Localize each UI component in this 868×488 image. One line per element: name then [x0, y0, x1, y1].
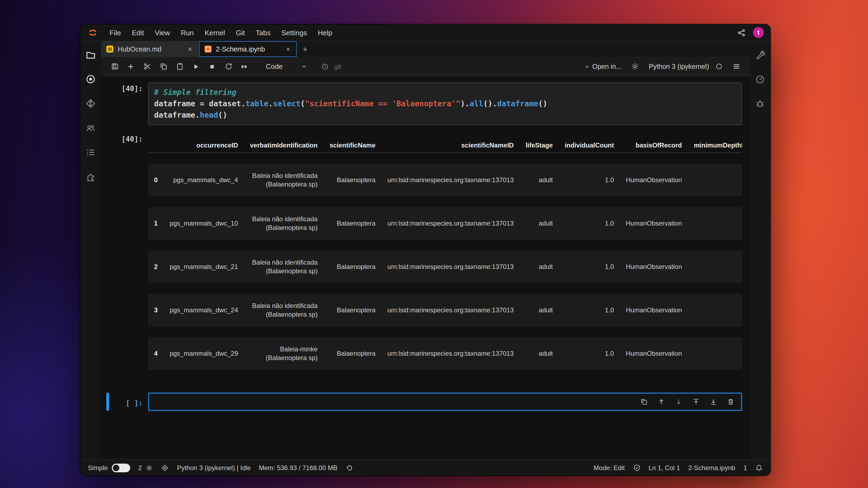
right-activity-bar — [750, 41, 770, 459]
delete-cell-icon[interactable] — [727, 398, 735, 405]
empty-cell-prompt: [ ]: — [111, 397, 148, 407]
cell-collapser[interactable] — [106, 84, 109, 124]
cut-icon[interactable] — [140, 60, 154, 73]
menu-edit[interactable]: Edit — [126, 27, 150, 38]
running-sessions-icon[interactable] — [86, 74, 95, 84]
share-icon[interactable] — [737, 29, 745, 37]
table-cell: pgs_mammals_dwc_24 — [163, 294, 244, 326]
save-icon[interactable] — [107, 60, 122, 73]
tab-label: 2-Schema.ipynb — [216, 45, 281, 53]
collaboration-icon[interactable] — [86, 123, 95, 133]
mode-indicator[interactable]: Mode: Edit — [593, 464, 625, 471]
table-cell: 1.0 — [559, 294, 620, 326]
paste-icon[interactable] — [173, 60, 187, 73]
memory-usage: Mem: 536.93 / 7168.00 MB — [259, 464, 337, 471]
status-bar: Simple 2 Python 3 (ipykernel) | Idle Mem… — [80, 459, 770, 476]
gear-icon[interactable] — [628, 60, 642, 73]
extensions-icon[interactable] — [86, 172, 95, 182]
input-prompt: [40]: — [111, 83, 148, 125]
tab-2-Schema.ipynb[interactable]: 2-Schema.ipynb× — [199, 41, 297, 57]
dataframe-output: occurrenceIDverbatimIdentificationscient… — [148, 133, 742, 381]
insert-cell-below-icon[interactable] — [710, 398, 717, 405]
toggle-knob — [113, 464, 119, 471]
move-cell-up-icon[interactable] — [657, 398, 665, 405]
cursor-position[interactable]: Ln 1, Col 1 — [649, 464, 680, 471]
dataframe-table: occurrenceIDverbatimIdentificationscient… — [148, 133, 742, 381]
active-cell-collapser[interactable] — [106, 393, 109, 411]
close-tab-icon[interactable]: × — [285, 45, 291, 53]
table-cell: 1.0 — [559, 164, 620, 196]
table-cell: urn:lsid:marinespecies.org:taxname:13701… — [381, 337, 520, 370]
menu-view[interactable]: View — [150, 27, 176, 38]
cell-type-dropdown[interactable]: Code — [261, 61, 311, 72]
code-editor[interactable]: # Simple filteringdataframe = dataset.ta… — [148, 83, 742, 125]
menu-kernel[interactable]: Kernel — [199, 27, 230, 38]
duplicate-cell-icon[interactable] — [640, 398, 648, 405]
file-browser-icon[interactable] — [86, 50, 95, 60]
kernel-status-label[interactable]: Python 3 (ipykernel) | Idle — [177, 464, 251, 471]
menu-help[interactable]: Help — [312, 27, 338, 38]
restart-kernel-icon[interactable] — [221, 60, 236, 73]
debugger-bug-icon[interactable] — [755, 99, 765, 108]
close-tab-icon[interactable]: × — [187, 45, 193, 53]
column-header: occurrenceID — [163, 136, 244, 153]
notification-count[interactable]: 1 — [744, 464, 747, 471]
table-cell: adult — [520, 251, 559, 283]
table-cell: pgs_mammals_dwc_21 — [163, 251, 244, 283]
table-row: 2pgs_mammals_dwc_21Baleia não identifica… — [148, 251, 742, 283]
table-cell: pgs_mammals_dwc_29 — [163, 337, 244, 370]
tab-HubOcean.md[interactable]: MHubOcean.md× — [101, 41, 199, 57]
screen: FileEditViewRunKernelGitTabsSettingsHelp… — [0, 0, 868, 488]
jupyterlab-window: FileEditViewRunKernelGitTabsSettingsHelp… — [80, 24, 770, 476]
stop-icon[interactable] — [205, 60, 219, 73]
active-filename: 2-Schema.ipynb — [688, 464, 735, 471]
row-index: 2 — [148, 251, 163, 283]
table-cell: adult — [520, 207, 559, 240]
menubar-right: t — [737, 27, 764, 38]
tools-icon[interactable] — [755, 50, 765, 60]
ipynb-file-icon — [205, 45, 212, 53]
table-cell: 1.0 — [559, 207, 620, 240]
insert-cell-above-icon[interactable] — [692, 398, 700, 405]
run-all-icon[interactable] — [238, 60, 252, 73]
user-avatar[interactable]: t — [753, 27, 764, 38]
tab-bar: MHubOcean.md×2-Schema.ipynb× + — [101, 41, 750, 58]
menu-git[interactable]: Git — [230, 27, 250, 38]
code-cell: [40]: # Simple filteringdataframe = data… — [105, 83, 742, 125]
git-branch-icon[interactable] — [161, 464, 169, 471]
copy-icon[interactable] — [156, 60, 170, 73]
table-cell: HumanObservation — [620, 294, 688, 326]
open-in-dropdown[interactable]: Open in... — [584, 63, 621, 70]
output-collapser[interactable] — [106, 134, 109, 380]
move-cell-down-icon[interactable] — [675, 398, 682, 405]
dashboard-icon[interactable] — [755, 74, 765, 84]
table-of-contents-icon[interactable] — [86, 148, 95, 157]
bell-icon[interactable] — [755, 464, 763, 471]
menu-file[interactable]: File — [104, 27, 126, 38]
hamburger-icon[interactable] — [729, 60, 743, 73]
git-icon[interactable] — [86, 99, 95, 108]
column-header: scientificNameID — [381, 136, 520, 153]
add-cell-icon[interactable] — [124, 60, 138, 73]
kernel-sessions-indicator[interactable]: 2 — [138, 464, 153, 471]
tab-list: MHubOcean.md×2-Schema.ipynb× — [101, 41, 297, 57]
history-icon[interactable] — [346, 464, 353, 471]
empty-cell-input[interactable] — [148, 393, 742, 411]
menu-settings[interactable]: Settings — [276, 27, 312, 38]
new-tab-button[interactable]: + — [297, 41, 313, 57]
kernel-name-label[interactable]: Python 3 (ipykernel) — [649, 63, 709, 70]
menu-tabs[interactable]: Tabs — [250, 27, 276, 38]
run-icon[interactable] — [189, 60, 203, 73]
table-cell: adult — [520, 164, 559, 196]
left-activity-bar — [80, 41, 101, 459]
code-line: # Simple filtering — [154, 87, 736, 98]
column-header: individualCount — [559, 136, 620, 153]
table-cell: HumanObservation — [620, 164, 688, 196]
window-body: MHubOcean.md×2-Schema.ipynb× + — [80, 41, 770, 459]
table-cell: Balaenoptera — [323, 164, 381, 196]
table-cell: 23 — [688, 294, 742, 326]
simple-mode-toggle[interactable] — [112, 463, 130, 472]
notebook-toolbar: Code git Open in... — [101, 58, 750, 76]
menu-run[interactable]: Run — [176, 27, 199, 38]
table-cell: Baleia não identificada (Balaenoptera sp… — [244, 294, 323, 326]
